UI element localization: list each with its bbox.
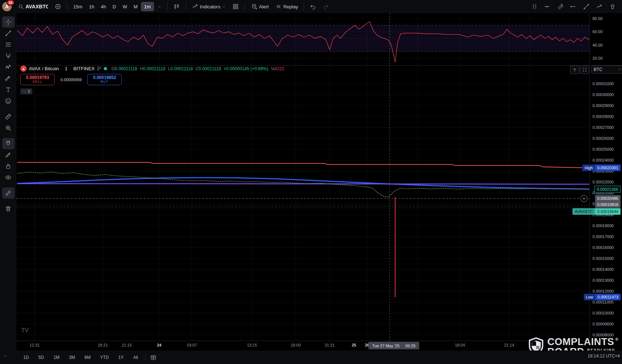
chart-style-button[interactable] bbox=[170, 2, 183, 11]
collapsed-indicators-chip[interactable]: 3 bbox=[20, 88, 32, 94]
pane-maximize-button[interactable] bbox=[580, 66, 589, 74]
open-value: 0.00021118 bbox=[115, 66, 137, 71]
sell-button[interactable]: 0.00019793 SELL bbox=[20, 74, 55, 85]
price-axis-tick: 0.00027000 bbox=[593, 124, 614, 130]
pattern-tool-icon[interactable] bbox=[2, 62, 15, 73]
range-1y-button[interactable]: 1Y bbox=[115, 353, 127, 361]
legend-symbol-title[interactable]: AVAX / Bitcoin bbox=[29, 66, 59, 71]
indicators-button[interactable]: Indicators bbox=[189, 2, 229, 11]
high-value: 0.00021118 bbox=[143, 66, 166, 71]
price-axis-tick: 0.00012000 bbox=[593, 288, 614, 294]
drag-handle-dots[interactable] bbox=[532, 4, 537, 9]
plus-circle-icon bbox=[55, 3, 61, 10]
low-price-label: Low 0.00011473 bbox=[584, 294, 621, 300]
eye-tool-icon[interactable] bbox=[2, 172, 15, 183]
horizontal-line-tool-icon[interactable] bbox=[540, 2, 554, 11]
polyline-tool-icon[interactable] bbox=[593, 2, 606, 11]
timeframe-W[interactable]: W bbox=[119, 2, 130, 11]
timeframe-M[interactable]: M bbox=[130, 2, 141, 11]
volume-value: 222 bbox=[277, 66, 284, 71]
timeframe-D[interactable]: D bbox=[109, 2, 119, 11]
pitchfork-tool-icon[interactable] bbox=[2, 50, 15, 62]
chart-plot[interactable] bbox=[16, 13, 589, 341]
time-axis-tick: 13:15 bbox=[247, 343, 257, 347]
alert-line-plus-icon[interactable]: + bbox=[580, 195, 587, 202]
trend-line-tool-icon[interactable] bbox=[580, 2, 593, 11]
trash-tool-icon[interactable] bbox=[2, 203, 15, 214]
price-axis-tick: 0.00030000 bbox=[593, 92, 614, 98]
link-tool-icon[interactable] bbox=[2, 187, 15, 199]
market-status-icon[interactable] bbox=[104, 67, 107, 70]
time-axis-tick: 21:14 bbox=[504, 343, 514, 347]
text-tool-icon[interactable] bbox=[2, 84, 15, 95]
ohlc-values: O0.00021118 H0.00021118 L0.00021118 C0.0… bbox=[111, 66, 284, 71]
undo-button[interactable] bbox=[307, 2, 319, 11]
timeframe-menu-chevron-icon[interactable] bbox=[154, 2, 165, 11]
range-1m-button[interactable]: 1M bbox=[51, 353, 63, 361]
timeframe-1h[interactable]: 1h bbox=[86, 2, 97, 11]
timeframe-1m-active[interactable]: 1m bbox=[141, 2, 154, 11]
replay-button[interactable]: Replay bbox=[272, 2, 301, 11]
rsi-axis-tick: 80.00 bbox=[593, 16, 603, 21]
range-1d-button[interactable]: 1D bbox=[20, 353, 32, 361]
favorite-tools-group bbox=[540, 0, 619, 13]
price-axis-tick: 0.00028000 bbox=[593, 114, 614, 119]
pane-move-up-button[interactable] bbox=[570, 66, 579, 74]
user-avatar[interactable]: A 11 bbox=[2, 2, 12, 11]
high-price-label: High 0.00023301 bbox=[582, 165, 621, 171]
toolbar-separator bbox=[304, 3, 304, 11]
date-range-group: 1D5D1M3M6MYTD1YAll bbox=[20, 353, 141, 361]
alert-button[interactable]: Alert bbox=[248, 2, 272, 11]
price-axis[interactable]: 80.0060.0040.0020.000.000310000.00030000… bbox=[590, 13, 622, 341]
bottom-toolbar: 1D5D1M3M6MYTD1YAll bbox=[0, 351, 622, 364]
price-axis-tick: 0.00025000 bbox=[593, 146, 614, 152]
alert-price-label: 0.00020495 bbox=[595, 195, 621, 202]
cross-line-tool-icon[interactable] bbox=[554, 2, 567, 11]
chart-legend: ▲ AVAX / Bitcoin · 1 · BITFINEX O0.00021… bbox=[20, 66, 284, 72]
close-value: 0.00021118 bbox=[198, 66, 221, 71]
range-3m-button[interactable]: 3M bbox=[66, 353, 78, 361]
symbol-search-button[interactable]: AVAXBTC bbox=[15, 2, 51, 11]
horizontal-lines-tool-icon[interactable] bbox=[2, 39, 15, 50]
trade-panel: 0.00019793 SELL 0.00000059 0.00019852 BU… bbox=[20, 74, 122, 85]
tradingview-logo[interactable]: TV bbox=[21, 327, 28, 334]
search-icon bbox=[18, 4, 24, 10]
buy-button[interactable]: 0.00019852 BUY bbox=[87, 74, 122, 85]
flag-icon[interactable] bbox=[97, 66, 102, 71]
boxed-day-tick: 28 bbox=[532, 342, 541, 349]
layout-grid-button[interactable] bbox=[229, 2, 242, 11]
timeframe-4h[interactable]: 4h bbox=[98, 2, 109, 11]
compare-add-symbol-button[interactable] bbox=[51, 2, 64, 11]
symbol-name: AVAXBTC bbox=[25, 4, 48, 9]
undo-icon bbox=[310, 4, 316, 10]
emoji-tool-icon[interactable] bbox=[2, 95, 15, 107]
range-5d-button[interactable]: 5D bbox=[35, 353, 47, 361]
pencil-tool-icon[interactable] bbox=[2, 149, 15, 161]
timeframe-group: 15m1h4hDWM1m bbox=[70, 0, 165, 13]
brush-tool-icon[interactable] bbox=[2, 73, 15, 84]
range-all-button[interactable]: All bbox=[130, 353, 141, 361]
legend-separator: · bbox=[61, 66, 63, 71]
rsi-axis-tick: 60.00 bbox=[593, 29, 603, 35]
panel-collapse-chevron[interactable] bbox=[3, 354, 8, 360]
trend-line-tool-icon[interactable] bbox=[2, 28, 15, 39]
range-ytd-button[interactable]: YTD bbox=[97, 353, 112, 361]
timeframe-15m[interactable]: 15m bbox=[70, 2, 86, 11]
toolbar-separator bbox=[67, 3, 67, 11]
change-value: +0.00000145 (+0.69%) bbox=[224, 66, 268, 71]
zoom-in-tool-icon[interactable] bbox=[2, 122, 15, 134]
time-axis[interactable]: 12:3118:2121:152403:0713:1518:0021:31252… bbox=[0, 341, 622, 351]
horizontal-ray-tool-icon[interactable] bbox=[567, 2, 580, 11]
crosshair-tool-icon[interactable] bbox=[2, 16, 15, 28]
price-axis-currency-dropdown[interactable]: BTC bbox=[591, 66, 622, 74]
notification-badge: 11 bbox=[7, 0, 15, 5]
ruler-tool-icon[interactable] bbox=[2, 111, 15, 122]
redo-button[interactable] bbox=[319, 2, 332, 11]
lock-tool-icon[interactable] bbox=[2, 161, 15, 172]
price-axis-tick: 0.00016000 bbox=[593, 245, 614, 250]
go-to-date-icon[interactable] bbox=[150, 354, 157, 361]
arrow-up-tool-icon[interactable] bbox=[606, 2, 619, 11]
avax-logo-icon: ▲ bbox=[20, 66, 27, 72]
magnet-tool-icon[interactable] bbox=[2, 138, 15, 149]
range-6m-button[interactable]: 6M bbox=[82, 353, 94, 361]
